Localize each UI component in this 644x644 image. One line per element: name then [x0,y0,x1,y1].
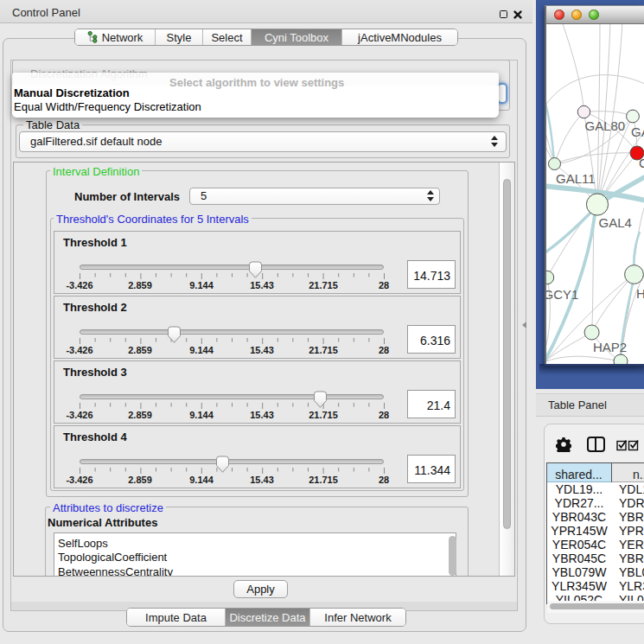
svg-text:GAL4: GAL4 [599,215,632,230]
svg-text:GAL11: GAL11 [556,171,596,186]
svg-text:GAL3: GAL3 [631,124,644,139]
svg-text:GCY1: GCY1 [545,287,578,302]
svg-text:HAP2: HAP2 [593,340,627,354]
svg-text:GAL80: GAL80 [585,118,626,133]
svg-text:HIS4: HIS4 [636,286,644,301]
svg-text:CYC: CYC [639,156,644,170]
